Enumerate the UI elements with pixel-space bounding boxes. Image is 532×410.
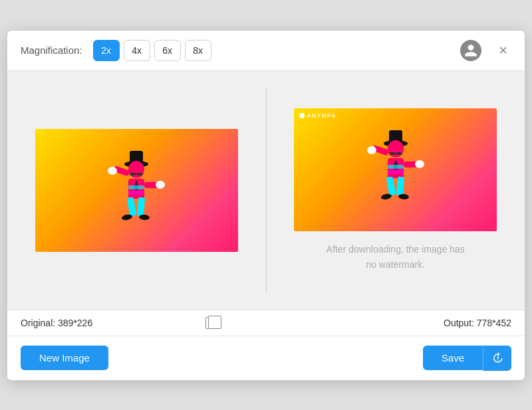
- svg-rect-11: [127, 197, 137, 216]
- svg-rect-16: [128, 191, 144, 195]
- svg-point-10: [156, 181, 165, 189]
- svg-rect-15: [128, 185, 144, 189]
- close-button[interactable]: ×: [495, 42, 511, 59]
- new-image-button[interactable]: New Image: [21, 346, 108, 370]
- svg-point-4: [136, 173, 143, 175]
- svg-point-3: [130, 173, 136, 175]
- output-image: ANYMP4: [294, 108, 497, 231]
- svg-rect-12: [137, 197, 145, 216]
- svg-rect-28: [386, 176, 396, 195]
- output-image-container: ANYMP4: [294, 108, 497, 231]
- original-image-container: [35, 129, 238, 252]
- main-area: ANYMP4 After downloading, the image has …: [7, 71, 525, 310]
- original-image: [35, 129, 238, 252]
- watermark: ANYMP4: [299, 112, 336, 119]
- magnification-label: Magnification:: [21, 45, 82, 56]
- svg-point-21: [396, 152, 402, 155]
- save-group: Save: [423, 346, 511, 371]
- svg-point-2: [128, 161, 144, 178]
- svg-point-25: [367, 146, 376, 154]
- output-image-panel: ANYMP4 After downloading, the image has …: [280, 87, 512, 294]
- info-bar: Original: 389*226 Output: 778*452: [7, 310, 525, 336]
- svg-rect-33: [388, 170, 404, 174]
- mag-btn-8x[interactable]: 8x: [185, 40, 211, 61]
- mag-btn-2x[interactable]: 2x: [93, 40, 120, 61]
- user-avatar[interactable]: [460, 40, 481, 61]
- copy-icon[interactable]: [205, 317, 217, 329]
- footer: New Image Save: [7, 336, 525, 380]
- svg-point-20: [389, 152, 396, 155]
- svg-point-8: [108, 167, 117, 175]
- svg-point-19: [388, 140, 404, 157]
- magnification-buttons: 2x 4x 6x 8x: [93, 40, 211, 61]
- no-watermark-message: After downloading, the image has no wate…: [323, 242, 469, 272]
- watermark-label: ANYMP4: [307, 112, 336, 119]
- original-image-panel: [21, 87, 253, 294]
- svg-rect-29: [396, 177, 404, 196]
- svg-rect-32: [388, 165, 404, 169]
- history-button[interactable]: [483, 346, 511, 371]
- watermark-icon: [299, 113, 305, 118]
- mag-btn-4x[interactable]: 4x: [124, 40, 150, 61]
- original-size-label: Original: 389*226: [21, 318, 92, 328]
- output-size-label: Output: 778*452: [444, 318, 511, 328]
- panel-divider: [266, 87, 267, 294]
- mag-btn-6x[interactable]: 6x: [154, 40, 181, 61]
- main-dialog: Magnification: 2x 4x 6x 8x ×: [7, 30, 525, 381]
- save-button[interactable]: Save: [423, 346, 483, 370]
- header: Magnification: 2x 4x 6x 8x ×: [7, 31, 525, 71]
- svg-point-27: [415, 160, 424, 168]
- dancing-figure: [96, 146, 176, 252]
- dancing-figure-output: [356, 125, 436, 231]
